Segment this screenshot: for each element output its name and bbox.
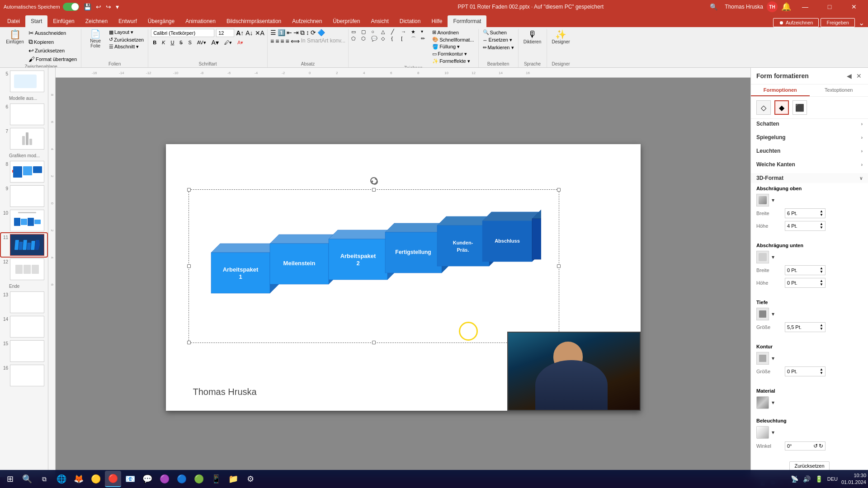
slide-thumb-5[interactable]: 5 xyxy=(1,70,47,93)
bevel-top-height-input[interactable]: 4 Pt. ▲ ▼ xyxy=(785,221,826,231)
search-icon[interactable]: 🔍 xyxy=(706,3,721,10)
reset-slide-button[interactable]: ↺Zurücksetzen xyxy=(108,36,145,43)
tab-uebergaenge[interactable]: Übergänge xyxy=(142,15,180,27)
font-color-button[interactable]: A▾ xyxy=(210,38,221,47)
spin-down[interactable]: ▼ xyxy=(820,213,823,217)
tab-aufzeichnen[interactable]: Aufzeichnen xyxy=(287,15,327,27)
search-button[interactable]: 🔍Suchen xyxy=(481,29,508,36)
handle-ml[interactable] xyxy=(187,264,191,268)
in-smartart-button[interactable]: In SmartArt konv... xyxy=(301,38,345,45)
network-tray-icon[interactable]: 📡 xyxy=(790,474,799,483)
bevel-top-height-spin[interactable]: ▲ ▼ xyxy=(820,222,823,230)
pentagon-shape[interactable]: ⬠ xyxy=(351,36,360,42)
diamond-shape[interactable]: ◇ xyxy=(381,36,390,42)
bold-button[interactable]: B xyxy=(151,39,158,46)
underline-button[interactable]: U xyxy=(169,39,176,46)
panel-close-icon[interactable]: ✕ xyxy=(855,71,863,80)
powerpoint-button[interactable]: 🔴 xyxy=(105,471,121,487)
section-schatten[interactable]: Schatten › xyxy=(751,119,868,129)
star-shape[interactable]: ★ xyxy=(411,29,420,35)
section-3d-format[interactable]: 3D-Format ∨ xyxy=(751,173,868,183)
handle-tl[interactable] xyxy=(187,188,191,192)
italic-button[interactable]: K xyxy=(160,39,167,46)
rect-shape[interactable]: ▭ xyxy=(351,29,360,35)
decrease-font-icon[interactable]: A↓ xyxy=(245,29,253,37)
new-slide-button[interactable]: 📄 NeueFolie xyxy=(84,29,107,49)
slide-panel[interactable]: 5 Modelle aus... 6 7 xyxy=(0,68,48,477)
tab-dictation[interactable]: Dictation xyxy=(394,15,426,27)
numbered-list-button[interactable]: 1️⃣ xyxy=(278,29,285,37)
tab-animationen[interactable]: Animationen xyxy=(180,15,221,27)
tab-bildschirm[interactable]: Bildschirmpräsentation xyxy=(221,15,287,27)
spin-down-5[interactable]: ▼ xyxy=(820,327,823,331)
cut-button[interactable]: ✂Ausschneiden xyxy=(27,29,78,37)
tab-formformat[interactable]: Formformat xyxy=(448,15,486,27)
close-button[interactable]: ✕ xyxy=(844,0,864,14)
slide-thumb-16[interactable]: 16 xyxy=(1,364,47,387)
tiefe-dropdown[interactable]: ▾ xyxy=(772,311,774,317)
size-icon-btn[interactable]: ⬛ xyxy=(793,100,807,115)
share-icon[interactable]: 🔔 xyxy=(781,2,791,12)
rotate-handle[interactable] xyxy=(370,177,377,184)
font-color-highlight[interactable]: A▾ xyxy=(236,39,245,47)
maximize-button[interactable]: □ xyxy=(819,0,840,14)
paste-button[interactable]: 📋 Einfügen xyxy=(4,29,26,45)
search-taskbar-button[interactable]: 🔍 xyxy=(19,471,35,487)
share-button[interactable]: Freigeben xyxy=(821,18,855,27)
settings-button[interactable]: ⚙ xyxy=(242,471,259,487)
beleuchtung-dropdown[interactable]: ▾ xyxy=(772,429,774,436)
explorer-button[interactable]: 📁 xyxy=(225,471,241,487)
bevel-top-preset[interactable] xyxy=(756,194,769,206)
bevel-bottom-height-input[interactable]: 0 Pt. ▲ ▼ xyxy=(785,278,826,288)
justify-button[interactable]: ≡ xyxy=(285,38,289,45)
clear-format-icon[interactable]: ✕A xyxy=(255,29,264,37)
bevel-bottom-dropdown[interactable]: ▾ xyxy=(772,254,774,260)
brace-shape[interactable]: { xyxy=(391,36,400,42)
tab-datei[interactable]: Datei xyxy=(2,15,25,27)
handle-tr[interactable] xyxy=(557,188,561,192)
hexagon-shape[interactable]: ⬡ xyxy=(361,36,370,42)
spin-down-4[interactable]: ▼ xyxy=(820,283,823,286)
quick-styles-button[interactable]: 🎨Schnellformat... xyxy=(431,36,475,43)
rotate-cw-btn[interactable]: ↻ xyxy=(819,443,823,449)
arrow-shape[interactable]: → xyxy=(401,29,410,35)
spin-down-2[interactable]: ▼ xyxy=(820,226,823,230)
user-avatar[interactable]: TH xyxy=(767,1,778,12)
layout-button[interactable]: ▦Layout ▾ xyxy=(108,29,145,36)
outline-button[interactable]: ▭Formkontur ▾ xyxy=(431,51,475,57)
bevel-bottom-preset[interactable] xyxy=(756,251,769,263)
spin-down-3[interactable]: ▼ xyxy=(820,270,823,274)
tiefe-groesse-input[interactable]: 5,5 Pt. ▲ ▼ xyxy=(785,322,826,332)
edge-button[interactable]: 🌐 xyxy=(53,471,70,487)
material-dropdown[interactable]: ▾ xyxy=(772,399,774,406)
reset-format-button[interactable]: ↩Zurücksetzen xyxy=(27,47,78,55)
slide-thumb-8[interactable]: 8 xyxy=(1,160,47,183)
material-preset[interactable] xyxy=(756,396,769,409)
kontur-groesse-spin[interactable]: ▲ ▼ xyxy=(820,368,823,375)
designer-button[interactable]: ✨ Designer xyxy=(550,29,572,45)
align-center-button[interactable]: ≡ xyxy=(275,38,279,45)
slide-thumb-11[interactable]: 11 xyxy=(1,233,47,257)
tab-hilfe[interactable]: Hilfe xyxy=(426,15,448,27)
curve-shape[interactable]: ⌒ xyxy=(411,36,420,42)
slide-thumb-7[interactable]: 7 xyxy=(1,127,47,150)
slide-thumb-13[interactable]: 13 xyxy=(1,291,47,314)
font-name-selector[interactable]: Calibri (Textkörper) xyxy=(151,29,214,37)
tray-time[interactable]: 10:30 01.01.2024 xyxy=(841,472,866,486)
kontur-groesse-input[interactable]: 0 Pt. ▲ ▼ xyxy=(785,366,826,376)
increase-font-icon[interactable]: A↑ xyxy=(236,29,244,37)
replace-button[interactable]: ↔Ersetzen ▾ xyxy=(481,37,514,43)
bevel-bottom-width-spin[interactable]: ▲ ▼ xyxy=(820,267,823,274)
slide-thumb-12[interactable]: 12 xyxy=(1,258,47,281)
callout-shape[interactable]: 💬 xyxy=(371,36,380,42)
collapse-ribbon-icon[interactable]: ⌄ xyxy=(857,19,866,27)
text-align-button[interactable]: ⟺ xyxy=(291,38,300,45)
select-button[interactable]: ✏Markieren ▾ xyxy=(481,44,515,51)
teams-button[interactable]: 💬 xyxy=(139,471,156,487)
freeform-shape[interactable]: ✏ xyxy=(421,36,430,42)
slide-thumb-10[interactable]: 10 xyxy=(1,209,47,232)
roundrect-shape[interactable]: ▢ xyxy=(361,29,370,35)
char-spacing-button[interactable]: AV▾ xyxy=(195,39,208,47)
kontur-color-preset[interactable] xyxy=(756,352,769,365)
undo-icon[interactable]: ↩ xyxy=(94,2,103,11)
